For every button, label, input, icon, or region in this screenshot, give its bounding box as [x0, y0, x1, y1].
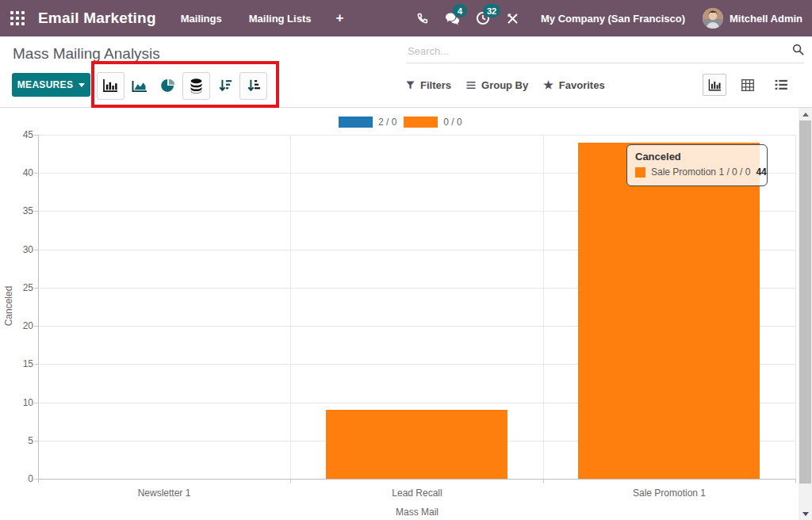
legend-label: 0 / 0	[443, 117, 462, 128]
groupby-button[interactable]: Group By	[466, 79, 528, 91]
chart-legend: 2 / 00 / 0	[339, 117, 469, 128]
y-axis-tick: 40	[10, 167, 33, 178]
measures-button[interactable]: MEASURES	[12, 73, 90, 97]
tooltip-swatch	[635, 167, 645, 178]
page-title: Mass Mailing Analysis	[13, 45, 160, 63]
scroll-up-button[interactable]	[799, 108, 812, 120]
messages-button[interactable]: 4	[438, 0, 468, 36]
vertical-scrollbar[interactable]	[799, 108, 812, 520]
phone-icon	[416, 12, 429, 25]
caret-down-icon	[79, 83, 85, 87]
list-view-icon	[775, 79, 787, 90]
app-window: Email Marketing Mailings Mailing Lists +…	[0, 0, 812, 520]
y-axis-tick: 5	[10, 435, 33, 446]
control-panel: Mass Mailing Analysis MEASURES	[0, 36, 812, 108]
pie-chart-icon	[161, 78, 175, 93]
bar-chart-icon	[103, 79, 118, 93]
groupby-icon	[466, 81, 476, 90]
sort-asc-icon	[247, 78, 261, 93]
view-switcher	[703, 73, 793, 97]
list-view-button[interactable]	[769, 74, 793, 96]
apps-grid-icon	[10, 11, 25, 25]
tools-icon	[506, 12, 519, 25]
search-bar	[406, 40, 804, 63]
star-icon: ★	[543, 79, 553, 90]
scroll-down-icon	[802, 512, 809, 516]
favorites-button[interactable]: ★ Favorites	[543, 79, 604, 91]
user-menu[interactable]: Mitchell Admin	[703, 8, 802, 29]
filters-button[interactable]: Filters	[406, 79, 451, 91]
bar-chart-button[interactable]	[97, 72, 124, 100]
sort-desc-button[interactable]	[211, 72, 239, 100]
apps-menu-button[interactable]	[0, 0, 35, 36]
y-axis-title: Canceled	[3, 278, 14, 334]
pivot-view-button[interactable]	[736, 74, 760, 96]
scroll-up-icon	[802, 113, 809, 117]
stacked-button[interactable]	[182, 72, 210, 100]
legend-label: 2 / 0	[378, 117, 396, 128]
pivot-view-icon	[741, 79, 754, 91]
activities-button[interactable]: 32	[468, 0, 498, 36]
chart-tooltip: Canceled Sale Promotion 1 / 0 / 0 44	[626, 144, 768, 186]
x-axis-tick: Sale Promotion 1	[633, 488, 706, 499]
y-axis-tick: 10	[10, 397, 33, 408]
pie-chart-button[interactable]	[154, 72, 182, 100]
tooltip-value: 44	[756, 166, 766, 178]
menu-plus[interactable]: +	[324, 0, 354, 36]
y-axis-tick: 45	[10, 129, 33, 140]
scrollbar-thumb[interactable]	[799, 120, 811, 484]
database-icon	[190, 78, 203, 94]
y-axis-tick: 0	[10, 473, 33, 484]
facet-bar: Filters Group By ★ Favorites	[406, 73, 620, 97]
filter-icon	[406, 81, 415, 90]
legend-item[interactable]: 0 / 0	[404, 117, 462, 128]
y-axis-tick: 15	[10, 358, 33, 369]
tooltip-title: Canceled	[635, 151, 760, 162]
graph-renderer[interactable]: 2 / 00 / 0 051015202530354045Newsletter …	[0, 109, 799, 520]
search-input[interactable]	[406, 45, 783, 57]
user-avatar	[703, 8, 723, 29]
search-icon[interactable]	[783, 44, 804, 59]
messages-badge: 4	[453, 4, 467, 17]
area-chart-icon	[132, 79, 147, 93]
tooltip-label: Sale Promotion 1 / 0 / 0	[651, 166, 750, 178]
bar-sale-promotion-1[interactable]	[578, 143, 760, 479]
x-axis-title: Mass Mail	[396, 507, 439, 518]
menu-mailing-lists[interactable]: Mailing Lists	[236, 0, 325, 36]
chart-type-buttons	[97, 71, 268, 100]
graph-view-button[interactable]	[703, 74, 726, 96]
legend-swatch	[404, 117, 438, 128]
y-axis-tick: 30	[10, 244, 33, 255]
line-chart-button[interactable]	[125, 72, 153, 100]
legend-item[interactable]: 2 / 0	[339, 117, 396, 128]
sort-asc-button[interactable]	[239, 72, 267, 100]
app-title[interactable]: Email Marketing	[38, 10, 156, 27]
x-axis-tick: Lead Recall	[392, 488, 442, 499]
legend-swatch	[339, 117, 373, 128]
debug-tools-button[interactable]	[498, 0, 528, 36]
user-name: Mitchell Admin	[730, 13, 802, 25]
sort-desc-icon	[218, 78, 232, 93]
company-switcher[interactable]: My Company (San Francisco)	[541, 13, 685, 25]
phone-button[interactable]	[408, 0, 438, 36]
bar-lead-recall[interactable]	[326, 410, 508, 479]
x-axis-tick: Newsletter 1	[138, 488, 191, 499]
menu-mailings[interactable]: Mailings	[167, 0, 236, 36]
graph-view-icon	[708, 79, 722, 91]
scroll-down-button[interactable]	[799, 507, 812, 520]
top-navbar: Email Marketing Mailings Mailing Lists +…	[0, 0, 812, 36]
y-axis-tick: 35	[10, 205, 33, 216]
